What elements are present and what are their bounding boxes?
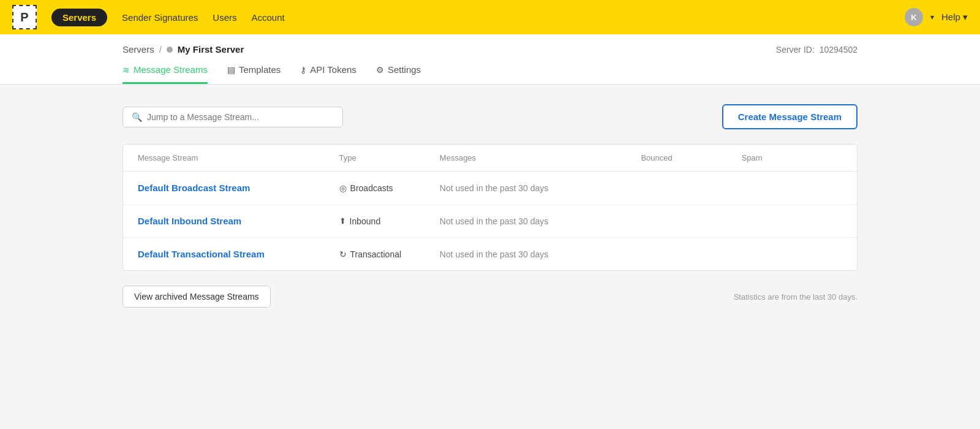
settings-icon: ⚙ (376, 65, 384, 75)
spam-header: Spam (742, 153, 842, 162)
top-nav-left: P Servers Sender Signatures Users Accoun… (12, 5, 285, 29)
breadcrumb-row: Servers / My First Server Server ID: 102… (123, 44, 858, 55)
inbound-messages-count: Not used in the past 30 days (440, 216, 641, 226)
default-inbound-stream-link[interactable]: Default Inbound Stream (138, 216, 339, 226)
help-button[interactable]: Help ▾ (941, 12, 968, 23)
type-header: Type (339, 153, 440, 162)
inbound-icon: ⬆ (339, 216, 346, 226)
action-row: 🔍 Create Message Stream (123, 104, 858, 129)
search-input[interactable] (147, 112, 334, 122)
create-message-stream-button[interactable]: Create Message Stream (722, 104, 858, 129)
sender-signatures-link[interactable]: Sender Signatures (122, 12, 198, 23)
tab-message-streams[interactable]: ≋ Message Streams (123, 64, 208, 84)
api-tokens-icon: ⚷ (300, 65, 306, 75)
table-row: Default Transactional Stream ↻ Transacti… (123, 238, 857, 270)
stream-type-transactional: ↻ Transactional (339, 249, 440, 259)
tab-api-tokens[interactable]: ⚷ API Tokens (300, 64, 356, 84)
avatar-chevron: ▾ (930, 13, 934, 21)
search-box: 🔍 (123, 107, 343, 127)
breadcrumb: Servers / My First Server (123, 44, 244, 55)
view-archived-button[interactable]: View archived Message Streams (123, 286, 271, 308)
templates-icon: ▤ (227, 65, 235, 75)
table-row: Default Inbound Stream ⬆ Inbound Not use… (123, 205, 857, 238)
transactional-icon: ↻ (339, 249, 347, 259)
table-row: Default Broadcast Stream ◎ Broadcasts No… (123, 172, 857, 205)
search-icon: 🔍 (132, 112, 142, 122)
streams-table: Message Stream Type Messages Bounced Spa… (123, 144, 858, 271)
bottom-row: View archived Message Streams Statistics… (123, 286, 858, 308)
broadcast-messages-count: Not used in the past 30 days (440, 183, 641, 193)
table-header: Message Stream Type Messages Bounced Spa… (123, 145, 857, 172)
stream-name-header: Message Stream (138, 153, 339, 162)
postmark-logo[interactable]: P (12, 5, 37, 29)
stream-type-inbound: ⬆ Inbound (339, 216, 440, 226)
statistics-note: Statistics are from the last 30 days. (734, 292, 858, 302)
stream-type-broadcasts: ◎ Broadcasts (339, 183, 440, 193)
top-navigation: P Servers Sender Signatures Users Accoun… (0, 0, 980, 34)
main-content: 🔍 Create Message Stream Message Stream T… (0, 85, 980, 391)
servers-nav-item[interactable]: Servers (51, 9, 107, 26)
tab-settings[interactable]: ⚙ Settings (376, 64, 421, 84)
account-link[interactable]: Account (251, 12, 284, 23)
bounced-header: Bounced (641, 153, 741, 162)
breadcrumb-separator: / (159, 44, 162, 55)
top-nav-right: K ▾ Help ▾ (905, 8, 968, 26)
sub-navigation: ≋ Message Streams ▤ Templates ⚷ API Toke… (123, 64, 858, 84)
breadcrumb-area: Servers / My First Server Server ID: 102… (0, 34, 980, 85)
default-broadcast-stream-link[interactable]: Default Broadcast Stream (138, 183, 339, 193)
server-id-display: Server ID: 10294502 (776, 45, 858, 55)
messages-header: Messages (440, 153, 641, 162)
transactional-messages-count: Not used in the past 30 days (440, 249, 641, 259)
server-status-dot (167, 47, 173, 53)
broadcasts-icon: ◎ (339, 183, 347, 193)
tab-templates[interactable]: ▤ Templates (227, 64, 281, 84)
avatar[interactable]: K (905, 8, 923, 26)
current-server-name: My First Server (178, 44, 244, 55)
users-link[interactable]: Users (213, 12, 236, 23)
servers-breadcrumb-link[interactable]: Servers (123, 44, 154, 55)
default-transactional-stream-link[interactable]: Default Transactional Stream (138, 249, 339, 259)
message-streams-icon: ≋ (123, 65, 130, 75)
